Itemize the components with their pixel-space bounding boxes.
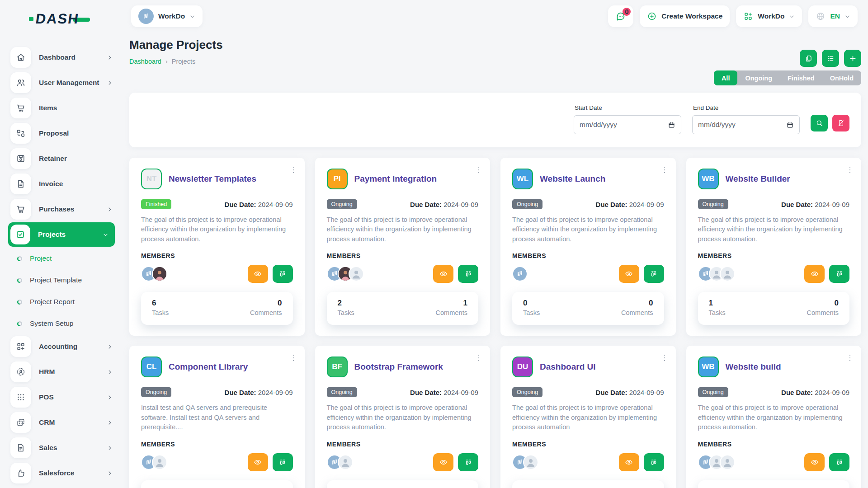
status-badge: Ongoing [141, 387, 171, 397]
list-view-button[interactable] [822, 50, 839, 67]
create-workspace-button[interactable]: Create Workspace [640, 5, 730, 27]
sidebar-item[interactable]: User Management [10, 72, 113, 93]
search-button[interactable] [811, 115, 828, 131]
eye-icon [624, 458, 633, 467]
project-card: DU Dashboard UI Ongoing Due Date: 2024-0… [500, 346, 676, 488]
export-button[interactable] [800, 50, 817, 67]
more-menu-icon[interactable] [845, 165, 855, 175]
chevron-icon [107, 394, 113, 400]
tasks-board-button[interactable] [273, 265, 293, 283]
due-date: Due Date: 2024-09-09 [410, 389, 478, 396]
more-menu-icon[interactable] [288, 165, 298, 175]
sidebar-subitem[interactable]: System Setup [17, 314, 113, 333]
project-title[interactable]: Dashboard UI [540, 362, 596, 372]
breadcrumb-link-dashboard[interactable]: Dashboard [129, 58, 161, 65]
tasks-board-button[interactable] [644, 265, 664, 283]
calendar-icon[interactable] [668, 121, 675, 129]
project-card: WB Website build Ongoing Due Date: 2024-… [686, 346, 862, 488]
comments-label: Comments [621, 309, 653, 316]
more-menu-icon[interactable] [845, 353, 855, 363]
tasks-board-button[interactable] [273, 453, 293, 471]
member-avatars [698, 266, 735, 282]
reset-filter-button[interactable] [832, 115, 849, 131]
sidebar-item[interactable]: Items [10, 98, 113, 118]
view-project-button[interactable] [433, 453, 453, 471]
view-project-button[interactable] [619, 453, 639, 471]
start-date-input[interactable]: mm/dd/yyyy [574, 115, 681, 134]
project-title[interactable]: Website Builder [726, 174, 790, 184]
project-title[interactable]: Bootstrap Framework [354, 362, 443, 372]
filter-tab[interactable]: Ongoing [737, 70, 780, 85]
chevron-down-icon [789, 14, 795, 19]
filter-tab[interactable]: OnHold [822, 70, 861, 85]
filter-tab[interactable]: Finished [780, 70, 822, 85]
messages-button[interactable]: 0 [608, 5, 633, 27]
sidebar-item[interactable]: Purchases [10, 199, 113, 220]
project-title[interactable]: Website Launch [540, 174, 605, 184]
sidebar-item[interactable]: Invoice [10, 174, 113, 194]
list-icon [826, 54, 835, 63]
tasks-count: 2 [338, 299, 354, 308]
status-badge: Ongoing [698, 387, 728, 397]
more-menu-icon[interactable] [288, 353, 298, 363]
view-project-button[interactable] [248, 265, 268, 283]
tasks-board-button[interactable] [458, 265, 478, 283]
view-project-button[interactable] [619, 265, 639, 283]
more-menu-icon[interactable] [660, 165, 670, 175]
apps-menu-label: WorkDo [758, 12, 784, 20]
project-title[interactable]: Component Library [169, 362, 248, 372]
project-avatar: NT [141, 169, 162, 189]
sidebar-item[interactable]: Accounting [10, 336, 113, 357]
tasks-board-button[interactable] [644, 453, 664, 471]
project-stats: 2 Tasks 1 Comments [327, 292, 479, 325]
sidebar-item[interactable]: Proposal [10, 123, 113, 144]
eye-icon [253, 269, 262, 278]
more-menu-icon[interactable] [474, 353, 484, 363]
plus-circle-icon [647, 11, 657, 21]
view-project-button[interactable] [804, 453, 825, 471]
sidebar-item[interactable]: POS [10, 387, 113, 408]
sidebar-subitem[interactable]: Project Template [17, 271, 113, 289]
sidebar-item[interactable]: HRM [10, 361, 113, 382]
comments-label: Comments [250, 309, 282, 316]
calendar-icon[interactable] [786, 121, 794, 129]
tasks-board-button[interactable] [458, 453, 478, 471]
sidebar-item-label: Proposal [39, 129, 69, 137]
due-date-label: Due Date: [410, 389, 442, 396]
language-button[interactable]: EN [808, 5, 858, 27]
sidebar-subitem[interactable]: Project Report [17, 293, 113, 311]
sidebar-item[interactable]: Retainer [10, 148, 113, 169]
kanban-icon [835, 269, 844, 278]
more-menu-icon[interactable] [660, 353, 670, 363]
sidebar-item-icon [10, 336, 31, 357]
project-title[interactable]: Newsletter Templates [169, 174, 256, 184]
comments-label: Comments [807, 309, 839, 316]
tasks-board-button[interactable] [829, 453, 849, 471]
view-project-button[interactable] [804, 265, 825, 283]
filter-tab[interactable]: All [714, 70, 738, 85]
view-project-button[interactable] [248, 453, 268, 471]
sidebar-item[interactable]: Projects [8, 222, 115, 247]
sidebar-item-label: Dashboard [39, 53, 75, 61]
project-title[interactable]: Website build [726, 362, 781, 372]
tasks-board-button[interactable] [829, 265, 849, 283]
sidebar-item[interactable]: Salesforce [10, 463, 113, 483]
add-project-button[interactable] [844, 50, 861, 67]
kanban-icon [278, 458, 287, 467]
eye-icon [439, 269, 448, 278]
workspace-switcher[interactable]: WorkDo [131, 5, 203, 27]
project-title[interactable]: Payment Integration [354, 174, 437, 184]
sidebar-item[interactable]: CRM [10, 412, 113, 433]
sidebar-item-icon [10, 98, 31, 118]
sidebar-item[interactable]: Sales [10, 437, 113, 458]
view-project-button[interactable] [433, 265, 453, 283]
sidebar-item-label: Sales [39, 444, 57, 452]
copy-doc-icon [804, 54, 813, 63]
sidebar-item[interactable]: Dashboard [10, 47, 113, 68]
apps-menu-button[interactable]: WorkDo [736, 5, 802, 27]
end-date-input[interactable]: mm/dd/yyyy [692, 115, 800, 134]
sidebar-subitem[interactable]: Project [17, 249, 113, 267]
more-menu-icon[interactable] [474, 165, 484, 175]
member-avatars [512, 455, 538, 470]
due-date-label: Due Date: [781, 201, 813, 208]
